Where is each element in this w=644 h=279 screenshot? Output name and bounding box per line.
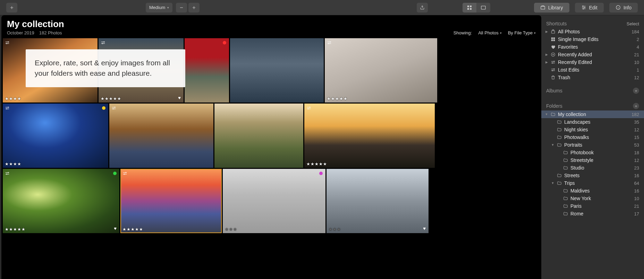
svg-point-6 <box>582 6 583 7</box>
star-rating: ★★★★★ <box>306 162 327 166</box>
thumbnail-size-select[interactable]: Medium ▾ <box>146 3 172 13</box>
thumbnail-size-label: Medium <box>149 5 165 10</box>
sidebar-item-trash[interactable]: Trash12 <box>541 74 644 81</box>
sidebar-item-count: 12 <box>634 75 639 80</box>
folder-item-photowalks[interactable]: Photowalks15 <box>541 133 644 141</box>
color-label-dot <box>319 172 323 175</box>
tab-library[interactable]: Library <box>534 3 569 13</box>
sidebar-item-label: Trash <box>558 75 632 80</box>
grid-view-button[interactable] <box>463 3 476 13</box>
star-rating: ★★★★ <box>5 162 22 166</box>
folder-count: 10 <box>634 196 639 201</box>
add-album-button[interactable]: + <box>633 88 639 94</box>
photo-thumbnail[interactable]: ★★★★ <box>3 104 108 168</box>
folder-item-rome[interactable]: Rome17 <box>541 210 644 218</box>
folder-count: 35 <box>634 120 639 125</box>
photo-thumbnail[interactable]: ★★★★★ <box>304 104 435 168</box>
folder-item-new-york[interactable]: New York10 <box>541 195 644 202</box>
svg-point-22 <box>8 172 9 173</box>
select-button[interactable]: Select <box>627 21 639 26</box>
photo-thumbnail[interactable] <box>185 38 229 102</box>
folder-icon <box>563 196 568 201</box>
size-increase-button[interactable] <box>188 3 200 13</box>
main-panel: My collection October 2019 182 Photos Sh… <box>1 15 541 279</box>
chevron-down-icon: ▾ <box>534 31 536 35</box>
filter-all-photos[interactable]: All Photos▾ <box>478 30 502 35</box>
svg-rect-29 <box>551 40 553 41</box>
photo-thumbnail[interactable] <box>230 38 324 102</box>
photo-thumbnail[interactable] <box>214 104 303 168</box>
svg-point-15 <box>328 43 329 44</box>
size-decrease-button[interactable] <box>176 3 187 13</box>
photo-thumbnail[interactable]: ★★★♥ <box>327 169 429 233</box>
photo-thumbnail[interactable]: ★★★★★ <box>325 38 437 102</box>
folder-count: 21 <box>634 204 639 209</box>
folder-item-my-collection[interactable]: ▼My collection182 <box>541 110 644 118</box>
folder-label: Studio <box>570 165 632 171</box>
folder-icon <box>557 142 562 147</box>
sidebar-item-label: Recently Added <box>558 52 632 57</box>
view-mode-segment <box>463 3 490 13</box>
photo-thumbnail[interactable]: ★★★ <box>223 169 325 233</box>
folder-count: 23 <box>634 165 639 171</box>
sidebar-item-all-photos[interactable]: ▶All Photos184 <box>541 28 644 35</box>
sidebar-item-lost-edits[interactable]: Lost Edits1 <box>541 66 644 74</box>
folder-item-paris[interactable]: Paris21 <box>541 202 644 210</box>
heart-icon <box>550 44 556 49</box>
adjustments-icon <box>5 106 10 110</box>
folder-label: Landscapes <box>564 119 632 125</box>
star-rating: ★★★ <box>329 227 341 232</box>
folder-item-studio[interactable]: Studio23 <box>541 164 644 172</box>
star-rating: ★★★★★ <box>327 96 348 101</box>
svg-point-23 <box>6 174 7 174</box>
folder-count: 16 <box>634 173 639 178</box>
feature-callout: Explore, rate, sort & enjoy images from … <box>26 49 185 87</box>
svg-point-16 <box>8 107 9 108</box>
svg-point-14 <box>330 42 331 42</box>
filter-by-type[interactable]: By File Type▾ <box>508 30 536 35</box>
toolbar: Medium ▾ Library Edit Info <box>0 0 644 15</box>
add-button[interactable] <box>6 3 17 13</box>
folder-label: Portraits <box>564 142 632 148</box>
photo-thumbnail[interactable] <box>109 104 213 168</box>
sidebar-item-count: 10 <box>634 60 639 65</box>
folder-icon <box>563 188 568 193</box>
stack-icon <box>550 29 556 34</box>
svg-point-8 <box>583 8 584 9</box>
add-folder-button[interactable]: + <box>633 103 639 109</box>
folder-label: Maldives <box>570 188 632 194</box>
folder-item-night-skies[interactable]: Night skies12 <box>541 126 644 133</box>
folder-icon <box>557 181 562 186</box>
single-view-button[interactable] <box>476 3 490 13</box>
adjustments-icon <box>101 40 105 45</box>
svg-rect-5 <box>541 6 545 9</box>
folder-item-trips[interactable]: ▼Trips64 <box>541 179 644 187</box>
folder-item-streets[interactable]: Streets16 <box>541 172 644 179</box>
tab-edit[interactable]: Edit <box>575 3 604 13</box>
svg-rect-28 <box>553 38 555 39</box>
share-button[interactable] <box>417 3 428 13</box>
sidebar-item-recently-edited[interactable]: ▶Recently Edited10 <box>541 58 644 66</box>
folder-icon <box>557 135 562 140</box>
folder-item-landscapes[interactable]: Landscapes35 <box>541 118 644 126</box>
favorite-icon: ♥ <box>114 226 117 231</box>
sidebar-item-favorites[interactable]: Favorites4 <box>541 43 644 51</box>
svg-rect-0 <box>467 6 469 7</box>
sidebar-item-count: 21 <box>634 52 639 57</box>
sidebar-item-label: Single Image Edits <box>558 36 635 42</box>
sidebar-item-single-image-edits[interactable]: Single Image Edits2 <box>541 35 644 43</box>
folder-icon <box>550 112 556 117</box>
folder-label: Rome <box>570 211 632 216</box>
folder-item-maldives[interactable]: Maldives16 <box>541 187 644 195</box>
svg-point-12 <box>104 42 104 42</box>
photo-thumbnail[interactable]: ★★★★★♥ <box>3 169 119 233</box>
tab-info[interactable]: Info <box>609 3 638 13</box>
sidebar-item-recently-added[interactable]: ▶Recently Added21 <box>541 51 644 58</box>
folders-section-header: Folders + <box>541 100 644 110</box>
svg-point-21 <box>308 108 308 109</box>
folder-item-streetstyle[interactable]: Streetstyle12 <box>541 156 644 164</box>
photo-thumbnail[interactable]: ★★★★★ <box>120 169 222 233</box>
folder-item-portraits[interactable]: ▼Portraits53 <box>541 141 644 149</box>
folder-count: 182 <box>632 112 639 117</box>
folder-item-photobook[interactable]: Photobook18 <box>541 149 644 156</box>
